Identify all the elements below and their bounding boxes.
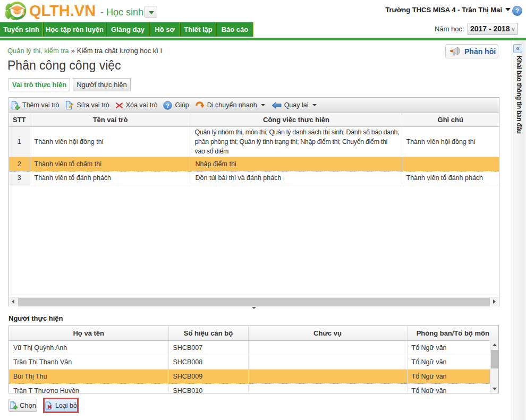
svg-text:?: ? xyxy=(515,7,519,15)
svg-text:?: ? xyxy=(166,102,170,108)
